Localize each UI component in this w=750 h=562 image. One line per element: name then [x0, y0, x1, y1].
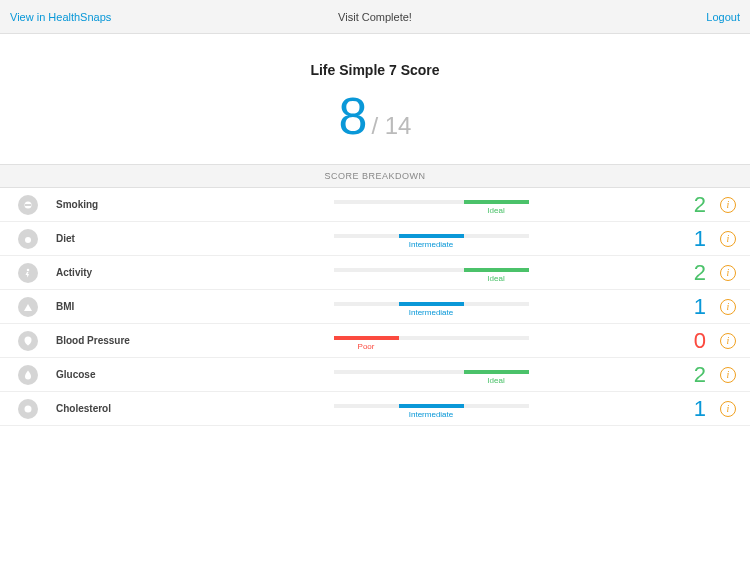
status-label [334, 240, 399, 249]
diet-icon [18, 229, 38, 249]
info-button[interactable]: i [720, 333, 736, 349]
activity-icon [18, 263, 38, 283]
status-bar: Ideal [196, 364, 666, 385]
status-bar: Intermediate [196, 228, 666, 249]
metric-name: BMI [56, 301, 196, 312]
status-label: Intermediate [399, 308, 464, 317]
status-label [399, 376, 464, 385]
status-label [399, 274, 464, 283]
score-max: / 14 [371, 112, 411, 140]
metric-value: 0 [666, 328, 706, 354]
metric-row: BMIIntermediate1i [0, 290, 750, 324]
breakdown-header: SCORE BREAKDOWN [0, 164, 750, 188]
glucose-icon [18, 365, 38, 385]
metric-value: 1 [666, 294, 706, 320]
info-button[interactable]: i [720, 367, 736, 383]
app-header: View in HealthSnaps Visit Complete! Logo… [0, 0, 750, 34]
status-bar: Intermediate [196, 398, 666, 419]
status-bar: Ideal [196, 194, 666, 215]
status-label [334, 206, 399, 215]
metrics-list: SmokingIdeal2iDietIntermediate1iActivity… [0, 188, 750, 426]
info-button[interactable]: i [720, 231, 736, 247]
status-label: Ideal [464, 376, 529, 385]
metric-name: Cholesterol [56, 403, 196, 414]
metric-row: DietIntermediate1i [0, 222, 750, 256]
status-bar: Ideal [196, 262, 666, 283]
status-label [399, 206, 464, 215]
blood-pressure-icon [18, 331, 38, 351]
score-title: Life Simple 7 Score [0, 62, 750, 78]
svg-rect-1 [25, 204, 31, 206]
status-label [464, 308, 529, 317]
info-button[interactable]: i [720, 299, 736, 315]
metric-row: SmokingIdeal2i [0, 188, 750, 222]
metric-name: Activity [56, 267, 196, 278]
status-label [399, 342, 464, 351]
metric-name: Glucose [56, 369, 196, 380]
status-label [334, 308, 399, 317]
metric-value: 1 [666, 226, 706, 252]
metric-name: Diet [56, 233, 196, 244]
metric-name: Smoking [56, 199, 196, 210]
status-label [334, 410, 399, 419]
info-button[interactable]: i [720, 197, 736, 213]
metric-row: GlucoseIdeal2i [0, 358, 750, 392]
status-label: Intermediate [399, 410, 464, 419]
status-label [464, 240, 529, 249]
metric-value: 2 [666, 192, 706, 218]
status-label [464, 342, 529, 351]
status-label [334, 274, 399, 283]
svg-point-2 [25, 237, 31, 243]
status-label: Ideal [464, 274, 529, 283]
metric-row: Blood PressurePoor0i [0, 324, 750, 358]
status-label [464, 410, 529, 419]
cholesterol-icon [18, 399, 38, 419]
status-label: Ideal [464, 206, 529, 215]
page-title: Visit Complete! [338, 11, 412, 23]
view-healthsnaps-link[interactable]: View in HealthSnaps [10, 11, 111, 23]
metric-row: ActivityIdeal2i [0, 256, 750, 290]
status-bar: Poor [196, 330, 666, 351]
score-display: 8 / 14 [339, 90, 412, 142]
status-bar: Intermediate [196, 296, 666, 317]
status-label: Poor [334, 342, 399, 351]
score-section: Life Simple 7 Score 8 / 14 [0, 34, 750, 164]
svg-point-3 [27, 268, 30, 271]
svg-point-4 [25, 405, 32, 412]
bmi-icon [18, 297, 38, 317]
status-label: Intermediate [399, 240, 464, 249]
info-button[interactable]: i [720, 401, 736, 417]
metric-value: 1 [666, 396, 706, 422]
metric-row: CholesterolIntermediate1i [0, 392, 750, 426]
score-value: 8 [339, 90, 368, 142]
metric-value: 2 [666, 362, 706, 388]
metric-name: Blood Pressure [56, 335, 196, 346]
status-label [334, 376, 399, 385]
metric-value: 2 [666, 260, 706, 286]
smoking-icon [18, 195, 38, 215]
info-button[interactable]: i [720, 265, 736, 281]
logout-link[interactable]: Logout [706, 11, 740, 23]
